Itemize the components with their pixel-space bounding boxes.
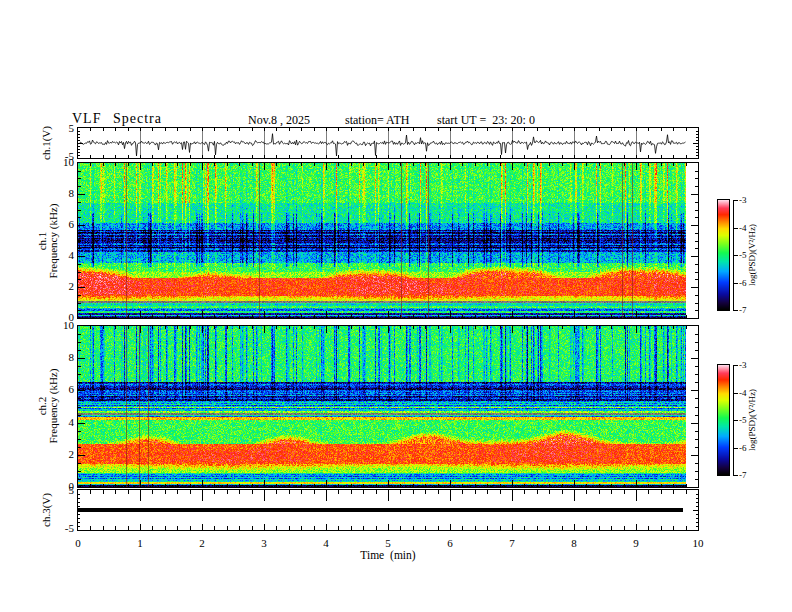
colorbar-ch1 [717,199,730,311]
x-tick-label: 8 [571,538,577,549]
ch3-voltage-tick-label: -5 [65,523,74,534]
ch1-voltage-axis-label: ch.1(V) [41,126,52,160]
colorbar-ch2-canvas [718,365,729,475]
colorbar-tick-label: -5 [739,416,747,425]
ch1-frequency-tick-label: 2 [69,281,75,292]
ch1-spectrogram-canvas [78,163,698,318]
colorbar-tick-mark [733,228,738,229]
colorbar-tick-label: -7 [739,306,747,315]
colorbar-ch1-canvas [718,200,729,310]
ch1-spectrogram-panel [77,162,699,319]
ch2-frequency-tick-label: 6 [69,385,75,396]
x-tick-label: 7 [509,538,515,549]
ch3-voltage-canvas [78,490,698,530]
colorbar-tick-mark [733,310,738,311]
colorbar-tick-label: -6 [739,278,747,287]
colorbar-tick-mark [733,255,738,256]
colorbar-tick-label: -4 [739,388,747,397]
colorbar-tick-mark [733,448,738,449]
colorbar-tick-mark [733,365,738,366]
x-tick-label: 6 [447,538,453,549]
x-tick-label: 0 [75,538,81,549]
ch2-frequency-tick-label: 8 [69,352,75,363]
colorbar-tick-mark [733,420,738,421]
figure-title: VLF Spectra [72,112,162,126]
ch2-spectrogram-panel [77,325,699,488]
x-tick-label: 9 [633,538,639,549]
ch3-voltage-tick-label: 5 [69,485,75,496]
ch2-frequency-tick-label: 10 [63,320,74,331]
colorbar-tick-label: -5 [739,251,747,260]
colorbar-tick-label: -3 [739,361,747,370]
ch1-frequency-axis-label: ch.1 Frequency (kHz) [37,204,59,279]
ch2-spectrogram-canvas [78,326,698,487]
ch1-voltage-tick-label: -5 [65,151,74,162]
ch1-voltage-panel [77,127,699,159]
x-tick-label: 2 [199,538,205,549]
colorbar-tick-mark [733,475,738,476]
ch1-frequency-tick-label: 8 [69,188,75,199]
ch2-frequency-axis-label: ch.2 Frequency (kHz) [37,369,59,444]
x-tick-label: 3 [261,538,267,549]
colorbar-tick-label: -3 [739,196,747,205]
ch1-frequency-tick-label: 6 [69,219,75,230]
date-label: Nov.8 , 2025 [248,114,310,126]
colorbar-tick-label: -7 [739,471,747,480]
colorbar-ch2-label: log(PSD)(V²/Hz) [747,389,758,451]
ch2-frequency-tick-label: 2 [69,449,75,460]
x-axis-label: Time (min) [360,550,415,562]
x-tick-label: 5 [385,538,391,549]
x-tick-label: 10 [693,538,704,549]
vlf-spectra-figure: VLF Spectra Nov.8 , 2025 station= ATH st… [0,0,792,612]
colorbar-ch1-label: log(PSD)(V²/Hz) [747,224,758,286]
start-ut-label: start UT = 23: 20: 0 [437,114,535,126]
station-label: station= ATH [345,114,409,126]
colorbar-tick-mark [733,393,738,394]
colorbar-tick-mark [733,283,738,284]
ch2-frequency-tick-label: 4 [69,417,75,428]
ch1-voltage-tick-label: 5 [69,123,75,134]
colorbar-ch2 [717,364,730,476]
ch1-voltage-canvas [78,128,698,158]
ch1-frequency-tick-label: 4 [69,250,75,261]
colorbar-tick-label: -4 [739,223,747,232]
colorbar-tick-mark [733,200,738,201]
ch3-voltage-axis-label: ch.3(V) [41,493,52,527]
x-tick-label: 1 [137,538,143,549]
x-tick-label: 4 [323,538,329,549]
ch3-voltage-panel [77,489,699,531]
colorbar-tick-label: -6 [739,443,747,452]
